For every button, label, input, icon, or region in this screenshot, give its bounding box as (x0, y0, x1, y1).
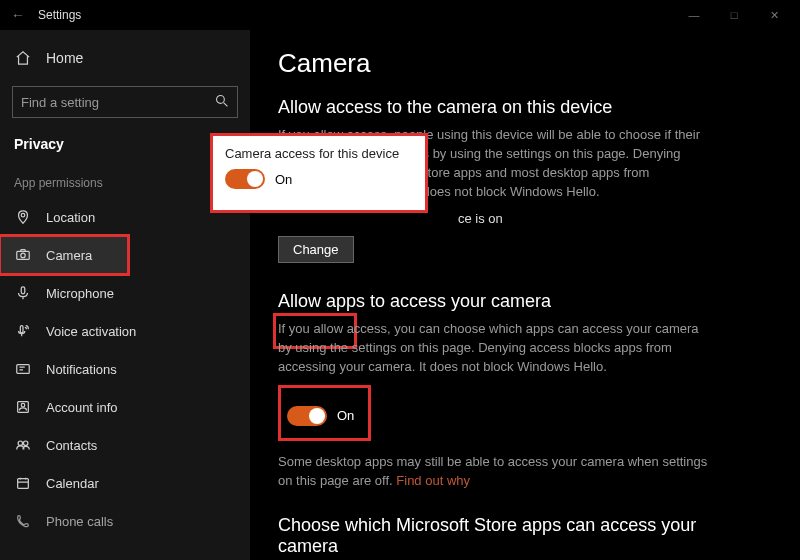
sidebar-item-account-info[interactable]: Account info (0, 388, 250, 426)
minimize-button[interactable]: — (674, 0, 714, 30)
voice-icon (14, 322, 32, 340)
nav-home-label: Home (46, 50, 83, 66)
desktop-apps-note: Some desktop apps may still be able to a… (278, 453, 708, 491)
location-icon (14, 208, 32, 226)
sidebar-item-label: Microphone (46, 286, 114, 301)
svg-rect-5 (20, 326, 23, 333)
calendar-icon (14, 474, 32, 492)
close-button[interactable]: ✕ (754, 0, 794, 30)
section-heading: Allow access to the camera on this devic… (278, 97, 772, 118)
svg-point-8 (21, 403, 25, 407)
sidebar-item-notifications[interactable]: Notifications (0, 350, 250, 388)
popup-title: Camera access for this device (225, 146, 413, 161)
sidebar-item-label: Location (46, 210, 95, 225)
back-icon[interactable]: ← (6, 7, 30, 23)
sidebar-item-contacts[interactable]: Contacts (0, 426, 250, 464)
microphone-icon (14, 284, 32, 302)
sidebar-item-label: Calendar (46, 476, 99, 491)
section-desc: If you allow access, you can choose whic… (278, 320, 708, 377)
sidebar-item-camera[interactable]: Camera (0, 236, 128, 274)
sidebar-item-label: Phone calls (46, 514, 113, 529)
phone-icon (14, 512, 32, 530)
sidebar-item-calendar[interactable]: Calendar (0, 464, 250, 502)
find-out-why-link[interactable]: Find out why (396, 473, 470, 488)
svg-point-10 (23, 441, 27, 445)
search-input[interactable]: Find a setting (12, 86, 238, 118)
svg-point-9 (18, 441, 22, 445)
sidebar-item-label: Notifications (46, 362, 117, 377)
nav-home[interactable]: Home (0, 36, 250, 80)
section-choose-apps: Choose which Microsoft Store apps can ac… (278, 515, 772, 560)
section-heading: Allow apps to access your camera (278, 291, 772, 312)
account-icon (14, 398, 32, 416)
window-title: Settings (38, 8, 81, 22)
svg-rect-4 (21, 287, 25, 294)
svg-rect-6 (17, 365, 29, 374)
toggle-state: On (275, 172, 292, 187)
search-placeholder: Find a setting (21, 95, 99, 110)
svg-rect-11 (18, 479, 29, 489)
section-apps-access: Allow apps to access your camera If you … (278, 291, 772, 490)
page-title: Camera (278, 48, 772, 79)
notifications-icon (14, 360, 32, 378)
main-content: Camera Allow access to the camera on thi… (250, 30, 800, 560)
contacts-icon (14, 436, 32, 454)
sidebar-item-label: Account info (46, 400, 118, 415)
search-icon (215, 94, 229, 111)
svg-point-1 (21, 213, 25, 217)
home-icon (14, 49, 32, 67)
camera-icon (14, 246, 32, 264)
sidebar-item-microphone[interactable]: Microphone (0, 274, 250, 312)
svg-point-0 (217, 95, 225, 103)
sidebar-item-voice-activation[interactable]: Voice activation (0, 312, 250, 350)
sidebar-item-phone-calls[interactable]: Phone calls (0, 502, 250, 540)
toggle-state: On (337, 408, 354, 423)
device-access-status: ce is on (278, 211, 772, 226)
section-heading: Choose which Microsoft Store apps can ac… (278, 515, 708, 557)
svg-point-3 (21, 253, 25, 257)
sidebar-item-label: Contacts (46, 438, 97, 453)
apps-access-toggle[interactable] (287, 406, 327, 426)
sidebar-item-label: Voice activation (46, 324, 136, 339)
device-access-toggle[interactable] (225, 169, 265, 189)
change-button[interactable]: Change (278, 236, 354, 263)
maximize-button[interactable]: □ (714, 0, 754, 30)
camera-access-popup: Camera access for this device On (210, 133, 428, 213)
sidebar: Home Find a setting Privacy App permissi… (0, 30, 250, 560)
highlight-box: On (278, 385, 371, 441)
sidebar-item-label: Camera (46, 248, 92, 263)
